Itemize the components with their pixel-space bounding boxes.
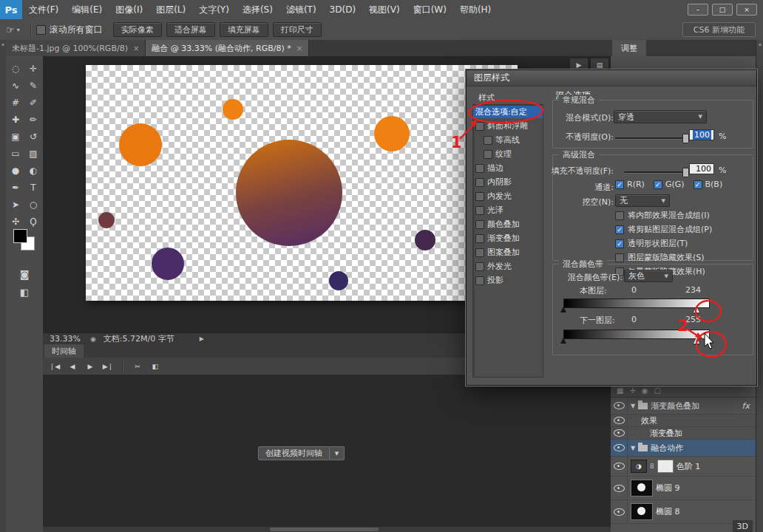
option-将内部效果混合成组(I)[interactable]: 将内部效果混合成组(I) — [615, 210, 712, 221]
this-layer-gradient-bar[interactable] — [563, 299, 710, 308]
timeline-scrollbar[interactable] — [43, 527, 611, 532]
underlying-layer-white-slider[interactable] — [694, 338, 699, 344]
timeline-tab[interactable]: 时间轴 — [44, 344, 84, 358]
style-checkbox[interactable] — [475, 262, 484, 271]
style-item-光泽[interactable]: 光泽 — [473, 203, 543, 217]
channel-checkbox[interactable]: ✓ — [654, 180, 662, 189]
gradient-tool[interactable]: ▨ — [24, 145, 42, 162]
channel-checkbox[interactable]: ✓ — [615, 180, 624, 189]
go-to-next-frame-button[interactable]: ▶❘ — [101, 360, 115, 373]
visibility-toggle[interactable] — [611, 477, 628, 499]
zoom-level[interactable]: 33.33% — [47, 334, 83, 344]
scroll-all-windows-checkbox[interactable] — [36, 25, 46, 35]
view-button-适合屏幕[interactable]: 适合屏幕 — [166, 22, 215, 37]
visibility-toggle[interactable] — [611, 415, 628, 426]
maximize-button[interactable]: □ — [712, 4, 733, 16]
style-checkbox[interactable] — [484, 150, 492, 159]
view-button-打印尺寸[interactable]: 打印尺寸 — [273, 22, 322, 37]
style-item-斜面和浮雕[interactable]: 斜面和浮雕 — [473, 119, 543, 133]
history-brush-tool[interactable]: ↺ — [24, 128, 42, 145]
layer-row-效果[interactable]: 效果 — [611, 415, 756, 427]
style-item-等高线[interactable]: 等高线 — [473, 133, 543, 147]
dialog-title-bar[interactable]: 图层样式 — [467, 70, 756, 86]
visibility-toggle[interactable] — [611, 457, 628, 476]
document-tab-blend[interactable]: 融合 @ 33.33% (融合动作, RGB/8) * × — [146, 40, 309, 56]
spot-healing-brush-tool[interactable]: ✚ — [7, 111, 24, 128]
style-checkbox[interactable] — [475, 178, 484, 187]
menu-选择(S)[interactable]: 选择(S) — [236, 0, 279, 19]
style-checkbox[interactable] — [484, 136, 492, 145]
foreground-color-swatch[interactable] — [13, 229, 27, 243]
blend-mode-dropdown[interactable]: 穿透 ▼ — [614, 110, 707, 123]
style-item-图案叠加[interactable]: 图案叠加 — [473, 245, 543, 259]
status-flyout-icon[interactable]: ▶ — [200, 335, 204, 342]
elliptical-marquee-tool[interactable]: ◌ — [7, 60, 24, 77]
type-tool[interactable]: T — [24, 179, 42, 196]
clone-stamp-tool[interactable]: ▣ — [7, 128, 24, 145]
brush-tool[interactable]: ✏ — [24, 111, 42, 128]
menu-图层(L)[interactable]: 图层(L) — [149, 0, 192, 19]
style-checkbox[interactable] — [475, 206, 484, 215]
fill-opacity-slider[interactable] — [624, 171, 688, 174]
style-item-纹理[interactable]: 纹理 — [473, 147, 543, 161]
blend-if-channel-dropdown[interactable]: 灰色 ▼ — [624, 270, 673, 282]
menu-窗口(W)[interactable]: 窗口(W) — [407, 0, 453, 19]
lock-transparent-pixels-icon[interactable]: ▦ — [617, 386, 623, 395]
ellipse-shape-tool[interactable]: ○ — [24, 196, 42, 213]
lock-position-icon[interactable]: ◉ — [642, 386, 648, 395]
menu-文字(Y)[interactable]: 文字(Y) — [192, 0, 236, 19]
style-checkbox[interactable] — [475, 248, 484, 257]
scrollbar-thumb[interactable] — [270, 528, 379, 531]
option-checkbox[interactable]: ✓ — [615, 225, 624, 234]
workspace-switcher[interactable]: CS6 新增功能 — [682, 22, 756, 37]
layer-row-渐变颜色叠加[interactable]: ▼渐变颜色叠加fx — [611, 398, 756, 415]
this-layer-black-slider[interactable] — [560, 307, 566, 313]
option-checkbox[interactable]: ✓ — [615, 239, 624, 248]
path-selection-tool[interactable]: ➤ — [7, 196, 24, 213]
layer-row-渐变叠加[interactable]: 渐变叠加 — [611, 427, 756, 440]
create-video-timeline-button[interactable]: 创建视频时间轴 — [258, 446, 330, 460]
go-to-previous-frame-button[interactable]: ◀ — [65, 360, 80, 373]
lock-image-pixels-icon[interactable]: ✛ — [629, 386, 635, 395]
quick-selection-tool[interactable]: ✎ — [24, 77, 42, 94]
blur-tool[interactable]: ● — [7, 162, 24, 179]
style-checkbox[interactable] — [475, 122, 484, 131]
knockout-dropdown[interactable]: 无 ▼ — [615, 194, 670, 207]
channel-checkbox[interactable]: ✓ — [694, 180, 702, 189]
style-item-渐变叠加[interactable]: 渐变叠加 — [473, 231, 543, 245]
slider-knob[interactable] — [682, 134, 689, 143]
layer-row-色阶 1[interactable]: ◑8色阶 1 — [611, 457, 756, 477]
menu-帮助(H)[interactable]: 帮助(H) — [453, 0, 498, 19]
option-透明形状图层(T)[interactable]: ✓透明形状图层(T) — [615, 238, 712, 249]
expander-icon[interactable]: ▼ — [631, 403, 635, 409]
eraser-tool[interactable]: ▭ — [7, 145, 24, 162]
style-item-颜色叠加[interactable]: 颜色叠加 — [473, 217, 543, 231]
menu-文件(F)[interactable]: 文件(F) — [22, 0, 65, 19]
lasso-tool[interactable]: ∿ — [7, 77, 24, 94]
style-item-描边[interactable]: 描边 — [473, 161, 543, 175]
visibility-toggle[interactable] — [611, 500, 628, 523]
style-checkbox[interactable] — [475, 192, 484, 201]
this-layer-white-slider[interactable] — [694, 307, 699, 313]
style-item-投影[interactable]: 投影 — [473, 273, 543, 287]
option-图层蒙版隐藏效果(S)[interactable]: 图层蒙版隐藏效果(S) — [615, 252, 712, 263]
transition-button[interactable]: ◧ — [148, 360, 163, 373]
close-tab-icon[interactable]: × — [133, 44, 139, 52]
style-item-外发光[interactable]: 外发光 — [473, 259, 543, 273]
scroll-all-windows-option[interactable]: 滚动所有窗口 — [36, 24, 103, 36]
toolbar-collapse-strip[interactable]: « — [0, 40, 6, 532]
create-video-timeline-dropdown[interactable]: ▼ — [330, 446, 345, 460]
underlying-layer-black-slider[interactable] — [560, 338, 566, 344]
opacity-input[interactable]: 100 — [689, 129, 714, 140]
expander-icon[interactable]: ▼ — [631, 445, 635, 451]
canvas[interactable] — [86, 65, 518, 301]
layer-row-椭圆 9[interactable]: 椭圆 9 — [611, 477, 756, 500]
view-button-填充屏幕[interactable]: 填充屏幕 — [220, 22, 268, 37]
menu-编辑(E)[interactable]: 编辑(E) — [65, 0, 109, 19]
document-tab-untitled[interactable]: 未标题-1.jpg @ 100%(RGB/8) × — [6, 40, 146, 56]
option-checkbox[interactable] — [615, 211, 624, 220]
visibility-toggle[interactable] — [611, 440, 628, 456]
slider-knob[interactable] — [682, 168, 689, 177]
style-item-内发光[interactable]: 内发光 — [473, 189, 543, 203]
menu-视图(V)[interactable]: 视图(V) — [362, 0, 407, 19]
